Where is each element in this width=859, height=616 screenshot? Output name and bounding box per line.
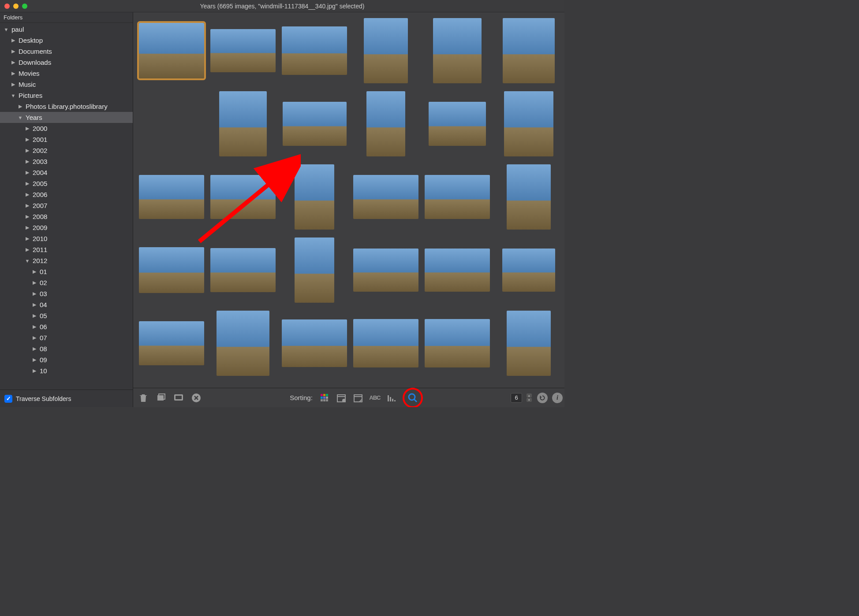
tree-row[interactable]: ▶04: [0, 299, 133, 310]
thumbnail[interactable]: [507, 164, 551, 230]
disclosure-right-icon[interactable]: ▶: [25, 236, 30, 241]
disclosure-right-icon[interactable]: ▶: [18, 104, 23, 109]
tree-row[interactable]: ▶Documents: [0, 46, 133, 57]
thumbnail[interactable]: [503, 18, 555, 83]
disclosure-right-icon[interactable]: ▶: [25, 159, 30, 164]
disclosure-right-icon[interactable]: ▶: [32, 368, 37, 374]
tree-row[interactable]: ▼2012: [0, 255, 133, 266]
tree-row[interactable]: ▶2011: [0, 244, 133, 255]
sort-name-icon[interactable]: ABC: [369, 392, 381, 404]
disclosure-right-icon[interactable]: ▶: [25, 203, 30, 208]
tree-row[interactable]: ▶03: [0, 288, 133, 299]
tree-row[interactable]: ▶Photos Library.photoslibrary: [0, 101, 133, 112]
tree-row[interactable]: ▶10: [0, 365, 133, 376]
minimize-window-button[interactable]: [13, 4, 19, 9]
tree-row[interactable]: ▶2008: [0, 211, 133, 222]
disclosure-right-icon[interactable]: ▶: [32, 335, 37, 341]
disclosure-right-icon[interactable]: ▶: [32, 324, 37, 330]
tree-row[interactable]: ▶07: [0, 332, 133, 343]
stack-icon[interactable]: [155, 392, 167, 404]
close-window-button[interactable]: [4, 4, 10, 9]
disclosure-right-icon[interactable]: ▶: [25, 137, 30, 142]
thumbnail[interactable]: [210, 248, 276, 292]
thumbnail[interactable]: [502, 249, 555, 292]
trash-icon[interactable]: [138, 392, 149, 404]
thumbnail-grid[interactable]: [133, 12, 564, 388]
thumbnail[interactable]: [353, 319, 418, 367]
disclosure-right-icon[interactable]: ▶: [11, 82, 16, 87]
disclosure-right-icon[interactable]: ▶: [11, 37, 16, 43]
tree-row[interactable]: ▶06: [0, 321, 133, 332]
thumbnail[interactable]: [282, 26, 347, 75]
disclosure-right-icon[interactable]: ▶: [25, 192, 30, 197]
tree-row[interactable]: ▼Years: [0, 112, 133, 123]
thumbnail[interactable]: [507, 311, 551, 376]
disclosure-right-icon[interactable]: ▶: [32, 346, 37, 352]
sort-date-taken-icon[interactable]: [336, 392, 347, 404]
disclosure-right-icon[interactable]: ▶: [25, 225, 30, 230]
disclosure-right-icon[interactable]: ▶: [32, 313, 37, 319]
disclosure-right-icon[interactable]: ▶: [32, 302, 37, 308]
tree-row[interactable]: ▶Music: [0, 79, 133, 90]
tree-row[interactable]: ▶2007: [0, 200, 133, 211]
tree-row[interactable]: ▶2005: [0, 178, 133, 189]
tree-row[interactable]: ▶2002: [0, 145, 133, 156]
clear-icon[interactable]: [190, 392, 202, 404]
sort-size-icon[interactable]: [386, 392, 397, 404]
columns-value[interactable]: 6: [511, 393, 522, 403]
tree-row[interactable]: ▶2001: [0, 134, 133, 145]
thumbnail[interactable]: [364, 18, 408, 83]
disclosure-right-icon[interactable]: ▶: [25, 181, 30, 186]
disclosure-right-icon[interactable]: ▶: [11, 59, 16, 65]
disclosure-right-icon[interactable]: ▶: [11, 48, 16, 54]
disclosure-right-icon[interactable]: ▶: [32, 280, 37, 286]
folder-tree[interactable]: ▼paul▶Desktop▶Documents▶Downloads▶Movies…: [0, 23, 133, 390]
thumbnail[interactable]: [295, 164, 334, 230]
refresh-button[interactable]: [537, 393, 548, 403]
info-button[interactable]: i: [552, 393, 563, 403]
fullscreen-icon[interactable]: [173, 392, 184, 404]
thumbnail[interactable]: [353, 175, 418, 219]
thumbnail[interactable]: [139, 247, 204, 293]
tree-row[interactable]: ▶2009: [0, 222, 133, 233]
sort-color-grid-icon[interactable]: [319, 392, 330, 404]
tree-row[interactable]: ▶01: [0, 266, 133, 277]
tree-row[interactable]: ▶Movies: [0, 68, 133, 79]
thumbnail[interactable]: [425, 175, 490, 219]
disclosure-right-icon[interactable]: ▶: [32, 269, 37, 275]
stepper-up-icon[interactable]: ▴: [527, 393, 532, 397]
thumbnail[interactable]: [295, 237, 334, 303]
disclosure-down-icon[interactable]: ▼: [25, 258, 30, 263]
tree-row[interactable]: ▶Desktop: [0, 35, 133, 46]
sort-date-modified-icon[interactable]: [352, 392, 364, 404]
columns-stepper[interactable]: ▴ ▾: [527, 393, 533, 403]
disclosure-right-icon[interactable]: ▶: [25, 126, 30, 131]
thumbnail[interactable]: [210, 29, 276, 72]
disclosure-down-icon[interactable]: ▼: [4, 27, 9, 32]
thumbnail[interactable]: [433, 18, 482, 83]
tree-row[interactable]: ▶09: [0, 354, 133, 365]
thumbnail[interactable]: [353, 249, 418, 292]
tree-row[interactable]: ▶2003: [0, 156, 133, 167]
tree-row[interactable]: ▼paul: [0, 24, 133, 35]
thumbnail[interactable]: [217, 311, 269, 376]
stepper-down-icon[interactable]: ▾: [527, 398, 532, 402]
disclosure-right-icon[interactable]: ▶: [25, 170, 30, 175]
thumbnail[interactable]: [429, 102, 486, 146]
disclosure-right-icon[interactable]: ▶: [25, 247, 30, 252]
disclosure-right-icon[interactable]: ▶: [32, 291, 37, 297]
thumbnail[interactable]: [283, 102, 347, 146]
traverse-subfolders-checkbox[interactable]: ✓: [4, 395, 12, 403]
thumbnail[interactable]: [139, 23, 204, 78]
tree-row[interactable]: ▶02: [0, 277, 133, 288]
thumbnail[interactable]: [425, 319, 490, 367]
tree-row[interactable]: ▶2006: [0, 189, 133, 200]
thumbnail[interactable]: [504, 91, 553, 156]
thumbnail[interactable]: [219, 91, 267, 156]
tree-row[interactable]: ▶08: [0, 343, 133, 354]
tree-row[interactable]: ▶2004: [0, 167, 133, 178]
thumbnail[interactable]: [425, 249, 490, 292]
disclosure-down-icon[interactable]: ▼: [11, 93, 16, 98]
thumbnail[interactable]: [210, 175, 276, 219]
thumbnail[interactable]: [139, 175, 204, 219]
